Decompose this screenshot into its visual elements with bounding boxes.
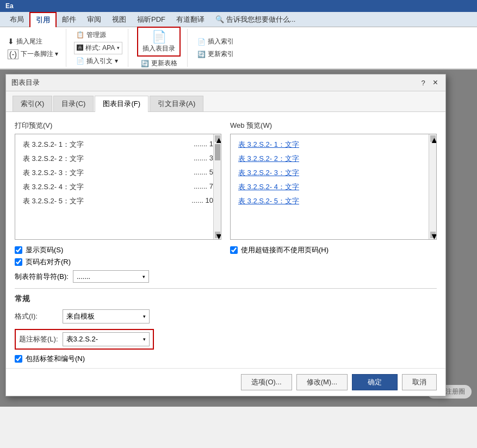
right-checkboxes: 使用超链接而不使用页码(H) <box>221 245 437 283</box>
print-line-2: 表 3.2.S.2- 2：文字....... 3 <box>23 151 213 165</box>
print-preview-scrollbar[interactable]: ▲ ▼ <box>213 134 221 239</box>
tab-layout[interactable]: 布局 <box>4 13 29 27</box>
web-preview-box[interactable]: 表 3.2.S.2- 1：文字 表 3.2.S.2- 2：文字 表 3.2.S.… <box>230 134 437 240</box>
web-link-1[interactable]: 表 3.2.S.2- 1：文字 <box>238 139 429 151</box>
ribbon-group-tof: 📄 插入表目录 🔄更新表格 <box>131 29 188 67</box>
manage-source-btn[interactable]: 📋管理源 <box>74 29 122 41</box>
main-area: 图表目录 ? × 索引(X) 目录(C) 图表目录(F) 引文目录(A) 打印预… <box>0 70 477 407</box>
next-footnote-btn[interactable]: (-)下一条脚注 ▾ <box>5 48 60 60</box>
dialog-footer: 选项(O)... 修改(M)... 确定 取消 <box>6 368 445 396</box>
web-link-2[interactable]: 表 3.2.S.2- 2：文字 <box>238 151 429 165</box>
ribbon-group-index: 📄插入索引 🔄更新索引 <box>190 29 241 67</box>
caption-label-container: 题注标签(L): 表3.2.S.2- ▾ <box>15 329 154 350</box>
ribbon-group-footnote: ⬇插入尾注 (-)下一条脚注 ▾ <box>5 29 66 67</box>
tab-pdf[interactable]: 福昕PDF <box>132 13 171 27</box>
print-line-4: 表 3.2.S.2- 4：文字....... 7 <box>23 179 213 193</box>
tab-leader-arrow: ▾ <box>143 274 145 279</box>
tab-translate[interactable]: 有道翻译 <box>171 13 210 27</box>
dialog-tab-toc[interactable]: 目录(C) <box>53 96 94 111</box>
tab-search[interactable]: 🔍 告诉我您想要做什么... <box>210 13 301 27</box>
options-button[interactable]: 选项(O)... <box>241 374 292 390</box>
dialog-body: 打印预览(V) 表 3.2.S.2- 1：文字....... 1 表 3.2.S… <box>6 112 445 368</box>
tab-leader-value: ....... <box>77 272 90 281</box>
tab-view[interactable]: 视图 <box>107 13 132 27</box>
web-preview-title: Web 预览(W) <box>230 121 437 130</box>
format-value: 来自模板 <box>66 312 95 321</box>
print-preview-box[interactable]: 表 3.2.S.2- 1：文字....... 1 表 3.2.S.2- 2：文字… <box>15 134 221 240</box>
print-line-1: 表 3.2.S.2- 1：文字....... 1 <box>23 139 213 151</box>
ribbon-group-citations: 📋管理源 🅰样式: APA▾ 📄插入引文 ▾ <box>69 29 128 67</box>
align-right-checkbox[interactable] <box>15 258 22 266</box>
format-select[interactable]: 来自模板 ▾ <box>63 309 150 323</box>
caption-label-text: 题注标签(L): <box>19 334 58 344</box>
web-link-5[interactable]: 表 3.2.S.2- 5：文字 <box>238 193 429 207</box>
print-preview-title: 打印预览(V) <box>15 121 221 130</box>
print-preview-section: 打印预览(V) 表 3.2.S.2- 1：文字....... 1 表 3.2.S… <box>15 121 221 240</box>
general-section: 常规 格式(I): 来自模板 ▾ 题注标签(L): 表3.2.S.2- ▾ <box>15 294 437 364</box>
use-hyperlink-label: 使用超链接而不使用页码(H) <box>241 245 329 255</box>
general-title: 常规 <box>15 294 437 304</box>
update-index-btn[interactable]: 🔄更新索引 <box>195 48 236 60</box>
tab-leader-select[interactable]: ....... ▾ <box>73 270 149 283</box>
tab-mail[interactable]: 邮件 <box>57 13 82 27</box>
tab-leader-label: 制表符前导符(B): <box>15 272 69 282</box>
insert-citation-btn[interactable]: 📄插入引文 ▾ <box>74 55 122 67</box>
web-link-4[interactable]: 表 3.2.S.2- 4：文字 <box>238 179 429 193</box>
preview-columns: 打印预览(V) 表 3.2.S.2- 1：文字....... 1 表 3.2.S… <box>15 121 437 240</box>
dialog-tabs: 索引(X) 目录(C) 图表目录(F) 引文目录(A) <box>6 91 445 112</box>
show-page-numbers-row: 显示页码(S) <box>15 245 221 255</box>
cancel-button[interactable]: 取消 <box>402 374 437 390</box>
use-hyperlink-row: 使用超链接而不使用页码(H) <box>230 245 437 255</box>
caption-label-value: 表3.2.S.2- <box>66 334 98 344</box>
ok-button[interactable]: 确定 <box>352 374 398 390</box>
tab-review[interactable]: 审阅 <box>82 13 107 27</box>
insert-tof-btn[interactable]: 📄 插入表目录 <box>137 27 181 57</box>
dialog-tab-tof[interactable]: 图表目录(F) <box>95 96 148 112</box>
include-label-row: 包括标签和编号(N) <box>15 354 437 364</box>
style-select[interactable]: 🅰样式: APA▾ <box>74 42 122 54</box>
insert-endnote-btn[interactable]: ⬇插入尾注 <box>5 36 60 47</box>
print-line-5: 表 3.2.S.2- 5：文字...... 10 <box>23 193 213 207</box>
format-arrow: ▾ <box>143 314 146 319</box>
dialog-tab-citation[interactable]: 引文目录(A) <box>150 96 203 111</box>
update-table-btn[interactable]: 🔄更新表格 <box>139 58 179 69</box>
dialog-title: 图表目录 <box>11 78 40 88</box>
tab-reference[interactable]: 引用 <box>29 12 57 27</box>
insert-index-btn[interactable]: 📄插入索引 <box>195 36 236 47</box>
left-checkboxes: 显示页码(S) 页码右对齐(R) 制表符前导符(B): ....... ▾ <box>15 245 221 283</box>
modify-button[interactable]: 修改(M)... <box>296 374 348 390</box>
format-label: 格式(I): <box>15 312 58 321</box>
show-page-numbers-checkbox[interactable] <box>15 246 22 254</box>
show-page-numbers-label: 显示页码(S) <box>26 245 63 255</box>
checkboxes-row: 显示页码(S) 页码右对齐(R) 制表符前导符(B): ....... ▾ <box>15 245 437 283</box>
dialog-titlebar: 图表目录 ? × <box>6 74 445 91</box>
app-title: Ea <box>5 2 14 10</box>
dialog: 图表目录 ? × 索引(X) 目录(C) 图表目录(F) 引文目录(A) 打印预… <box>5 74 446 396</box>
use-hyperlink-checkbox[interactable] <box>230 246 238 254</box>
align-right-label: 页码右对齐(R) <box>26 257 71 267</box>
dialog-close-btn[interactable]: × <box>431 78 440 88</box>
caption-label-arrow: ▾ <box>143 337 146 342</box>
watermark-text: 注册圈 <box>445 388 465 395</box>
print-line-3: 表 3.2.S.2- 3：文字....... 5 <box>23 165 213 179</box>
include-label-text: 包括标签和编号(N) <box>26 354 85 364</box>
web-preview-section: Web 预览(W) 表 3.2.S.2- 1：文字 表 3.2.S.2- 2：文… <box>230 121 437 240</box>
ribbon-top: Ea <box>0 0 477 12</box>
tab-leader-row: 制表符前导符(B): ....... ▾ <box>15 270 221 283</box>
ribbon-tabs-bar: 布局 引用 邮件 审阅 视图 福昕PDF 有道翻译 🔍 告诉我您想要做什么... <box>0 12 477 27</box>
align-right-row: 页码右对齐(R) <box>15 257 221 267</box>
dialog-controls: ? × <box>418 78 440 88</box>
separator <box>15 288 437 289</box>
dialog-tab-index[interactable]: 索引(X) <box>13 96 52 111</box>
dialog-help-btn[interactable]: ? <box>418 79 428 87</box>
web-preview-scrollbar[interactable]: ▲ ▼ <box>429 134 436 239</box>
caption-label-select[interactable]: 表3.2.S.2- ▾ <box>63 332 150 346</box>
format-row: 格式(I): 来自模板 ▾ <box>15 309 437 323</box>
web-link-3[interactable]: 表 3.2.S.2- 3：文字 <box>238 165 429 179</box>
include-label-checkbox[interactable] <box>15 355 22 363</box>
ribbon-bar: ⬇插入尾注 (-)下一条脚注 ▾ 📋管理源 🅰样式: APA▾ 📄插入引文 ▾ … <box>0 27 477 70</box>
